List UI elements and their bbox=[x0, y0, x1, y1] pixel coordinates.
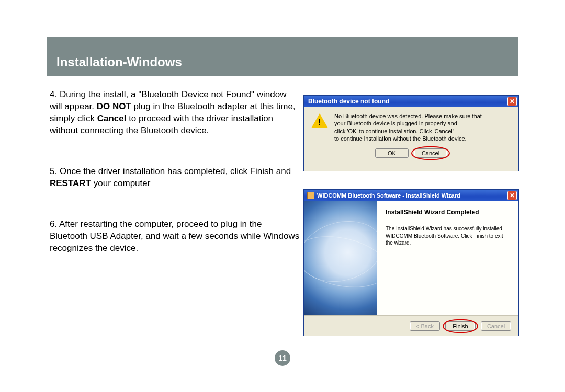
cancel-button[interactable]: Cancel bbox=[414, 148, 447, 158]
msg-line: to continue installation without the Blu… bbox=[334, 135, 482, 142]
back-button[interactable]: < Back bbox=[410, 321, 440, 331]
step-text: your computer bbox=[91, 178, 150, 188]
section-header: Installation-Windows bbox=[47, 37, 518, 76]
step-text: After restarting the computer, proceed t… bbox=[50, 219, 299, 253]
page-number-value: 11 bbox=[278, 354, 287, 362]
step-bold: Cancel bbox=[97, 113, 127, 123]
dialog-titlebar: Bluetooth device not found ✕ bbox=[304, 96, 518, 107]
dialog-body: ! No Bluetooth device was detected. Plea… bbox=[304, 107, 518, 145]
step-bold: RESTART bbox=[50, 178, 91, 188]
step-number: 4. bbox=[50, 89, 57, 99]
finish-button[interactable]: Finish bbox=[445, 321, 476, 331]
wizard-heading: InstallShield Wizard Completed bbox=[386, 209, 510, 216]
installer-icon bbox=[307, 192, 314, 199]
dialog-button-row: < Back Finish Cancel bbox=[304, 315, 518, 336]
wizard-globe-graphic bbox=[304, 201, 377, 315]
dialog-title: WIDCOMM Bluetooth Software - InstallShie… bbox=[317, 192, 460, 199]
page-number: 11 bbox=[275, 350, 290, 366]
installshield-complete-dialog: WIDCOMM Bluetooth Software - InstallShie… bbox=[303, 189, 519, 336]
wizard-content: InstallShield Wizard Completed The Insta… bbox=[377, 201, 518, 315]
highlight-circle: Cancel bbox=[414, 148, 447, 158]
dialog-button-row: OK Cancel bbox=[304, 145, 518, 162]
wizard-body-text: The InstallShield Wizard has successfull… bbox=[386, 225, 510, 247]
step-number: 5. bbox=[50, 166, 57, 176]
highlight-circle: Finish bbox=[445, 321, 476, 331]
step-number: 6. bbox=[50, 219, 57, 229]
dialog-message: No Bluetooth device was detected. Please… bbox=[334, 112, 482, 142]
instruction-text: 4. During the install, a "Bluetooth Devi… bbox=[50, 89, 301, 283]
close-button[interactable]: ✕ bbox=[507, 97, 517, 106]
step-4: 4. During the install, a "Bluetooth Devi… bbox=[50, 89, 301, 137]
dialog-title: Bluetooth device not found bbox=[308, 98, 389, 105]
close-icon: ✕ bbox=[510, 192, 515, 199]
step-6: 6. After restarting the computer, procee… bbox=[50, 218, 301, 255]
close-icon: ✕ bbox=[510, 98, 515, 105]
dialog-main: InstallShield Wizard Completed The Insta… bbox=[304, 201, 518, 315]
step-text: Once the driver installation has complet… bbox=[60, 166, 291, 176]
section-title: Installation-Windows bbox=[56, 55, 182, 70]
msg-line: click 'OK' to continue installation. Cli… bbox=[334, 128, 482, 135]
msg-line: No Bluetooth device was detected. Please… bbox=[334, 112, 482, 120]
bluetooth-not-found-dialog: Bluetooth device not found ✕ ! No Blueto… bbox=[303, 95, 519, 171]
ok-button[interactable]: OK bbox=[375, 148, 409, 158]
msg-line: your Bluetooth device is plugged in prop… bbox=[334, 120, 482, 127]
dialog-titlebar: WIDCOMM Bluetooth Software - InstallShie… bbox=[304, 190, 518, 201]
cancel-button[interactable]: Cancel bbox=[481, 321, 511, 331]
warning-icon: ! bbox=[311, 112, 328, 129]
close-button[interactable]: ✕ bbox=[507, 191, 517, 200]
step-5: 5. Once the driver installation has comp… bbox=[50, 166, 301, 190]
step-bold: DO NOT bbox=[97, 101, 131, 111]
